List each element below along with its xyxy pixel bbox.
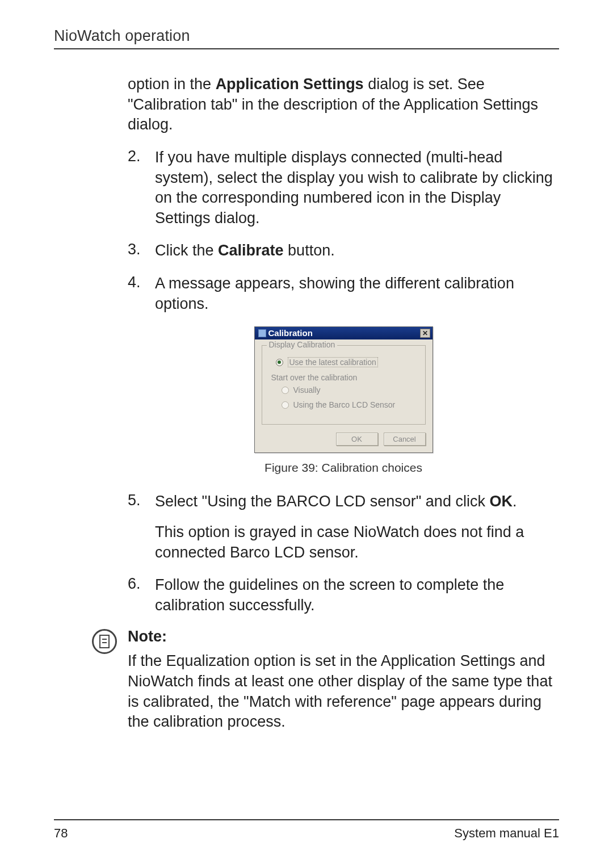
step-3-pre: Click the (155, 242, 218, 259)
step-5-strong: OK (489, 493, 513, 510)
step-3-text: Click the Calibrate button. (155, 241, 559, 261)
header-rule (54, 48, 559, 49)
figure-caption: Figure 39: Calibration choices (128, 461, 559, 475)
option-barco-label: Using the Barco LCD Sensor (293, 400, 396, 409)
calibration-dialog-figure: Calibration ✕ Display Calibration Use th… (128, 326, 559, 453)
intro-strong: Application Settings (216, 76, 364, 93)
step-number: 4. (128, 274, 155, 314)
close-icon[interactable]: ✕ (420, 329, 430, 338)
step-number: 2. (128, 148, 155, 229)
radio-selected-icon[interactable] (276, 359, 283, 366)
note-body-text: If the Equalization option is set in the… (128, 651, 559, 732)
option-visually[interactable]: Visually (282, 385, 418, 395)
document-icon (99, 635, 110, 648)
step-list: 2. If you have multiple displays connect… (128, 148, 559, 314)
intro-pre: option in the (128, 76, 216, 93)
step-4-text: A message appears, showing the different… (155, 274, 559, 314)
option-barco-sensor[interactable]: Using the Barco LCD Sensor (282, 400, 418, 409)
step-5: 5. Select "Using the BARCO LCD sensor" a… (128, 492, 559, 563)
step-2: 2. If you have multiple displays connect… (128, 148, 559, 229)
step-number: 6. (128, 575, 155, 615)
dialog-title-icon (258, 329, 266, 337)
option-visually-label: Visually (293, 385, 321, 395)
step-5-post: . (513, 493, 517, 510)
cancel-button[interactable]: Cancel (384, 433, 426, 446)
step-4: 4. A message appears, showing the differ… (128, 274, 559, 314)
radio-icon[interactable] (282, 387, 289, 394)
running-head: NioWatch operation (54, 27, 559, 45)
intro-paragraph: option in the Application Settings dialo… (128, 74, 559, 135)
step-2-text: If you have multiple displays connected … (155, 148, 559, 229)
doc-title: System manual E1 (454, 826, 559, 841)
radio-icon[interactable] (282, 401, 289, 409)
option-use-latest[interactable]: Use the latest calibration (276, 357, 418, 367)
page-footer: 78 System manual E1 (54, 819, 559, 841)
step-5-text: Select "Using the BARCO LCD sensor" and … (155, 492, 559, 512)
footer-rule (54, 819, 559, 820)
note-title: Note: (128, 628, 559, 645)
step-6-text: Follow the guidelines on the screen to c… (155, 575, 559, 615)
step-5-extra: This option is grayed in case NioWatch d… (155, 522, 559, 563)
step-number: 3. (128, 241, 155, 261)
dialog-title: Calibration (268, 328, 313, 338)
step-6: 6. Follow the guidelines on the screen t… (128, 575, 559, 615)
ok-button[interactable]: OK (336, 433, 378, 446)
step-3-post: button. (284, 242, 335, 259)
note-block: Note: If the Equalization option is set … (128, 628, 559, 732)
group-legend: Display Calibration (267, 340, 338, 349)
page-number: 78 (54, 826, 68, 841)
step-list-cont: 5. Select "Using the BARCO LCD sensor" a… (128, 492, 559, 615)
note-icon (92, 629, 117, 654)
start-over-subhead: Start over the calibration (271, 373, 418, 382)
dialog-titlebar: Calibration ✕ (255, 327, 433, 339)
display-calibration-group: Display Calibration Use the latest calib… (262, 345, 426, 425)
step-5-pre: Select "Using the BARCO LCD sensor" and … (155, 493, 489, 510)
step-number: 5. (128, 492, 155, 563)
calibration-dialog: Calibration ✕ Display Calibration Use th… (254, 326, 433, 453)
option-use-latest-label: Use the latest calibration (288, 357, 378, 367)
step-3-strong: Calibrate (218, 242, 284, 259)
step-3: 3. Click the Calibrate button. (128, 241, 559, 261)
